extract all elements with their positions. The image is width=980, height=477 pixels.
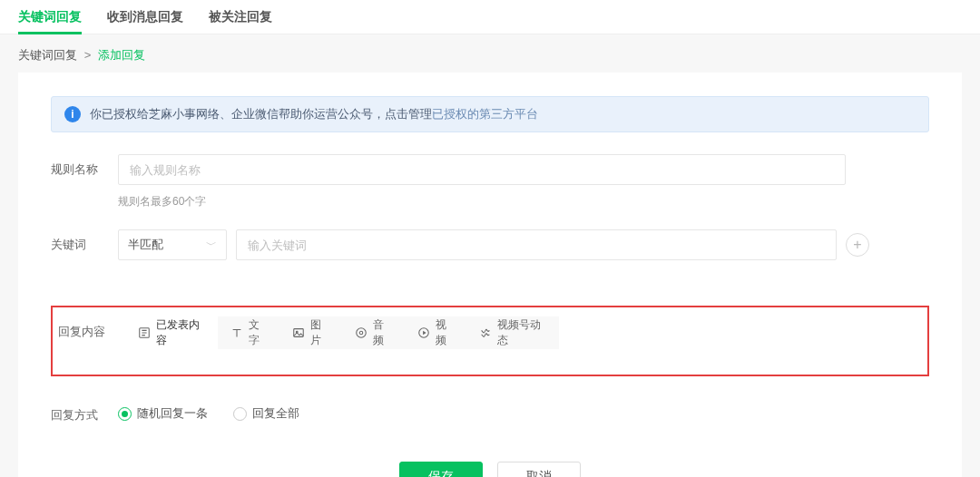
content-tab-audio[interactable]: 音频 bbox=[342, 316, 405, 349]
label-reply-mode: 回复方式 bbox=[51, 400, 118, 423]
form-card: i 你已授权给芝麻小事网络、企业微信帮助你运营公众号，点击管理已授权的第三方平台… bbox=[18, 73, 962, 477]
content-tab-audio-label: 音频 bbox=[373, 317, 392, 348]
label-keyword: 关键词 bbox=[51, 229, 118, 253]
chevron-down-icon: ﹀ bbox=[206, 238, 217, 253]
breadcrumb-root[interactable]: 关键词回复 bbox=[18, 48, 77, 62]
control-reply-mode: 随机回复一条 回复全部 bbox=[118, 400, 929, 422]
audio-icon bbox=[355, 326, 368, 339]
match-mode-value: 半匹配 bbox=[128, 237, 163, 253]
radio-icon bbox=[118, 407, 132, 421]
row-rule-name: 规则名称 规则名最多60个字 bbox=[51, 154, 929, 209]
info-icon: i bbox=[64, 106, 81, 122]
control-rule-name: 规则名最多60个字 bbox=[118, 154, 929, 209]
radio-reply-all-label: 回复全部 bbox=[252, 405, 299, 422]
image-icon bbox=[292, 326, 305, 339]
text-icon bbox=[230, 326, 243, 339]
alert-text: 你已授权给芝麻小事网络、企业微信帮助你运营公众号，点击管理已授权的第三方平台 bbox=[90, 106, 538, 122]
svg-rect-1 bbox=[294, 329, 304, 337]
article-icon bbox=[138, 326, 151, 339]
page-tabs: 关键词回复 收到消息回复 被关注回复 bbox=[0, 0, 980, 34]
content-tab-text-label: 文字 bbox=[249, 317, 268, 348]
breadcrumb: 关键词回复 > 添加回复 bbox=[0, 34, 980, 73]
svg-point-4 bbox=[359, 331, 363, 335]
content-tab-video-label: 视频 bbox=[436, 317, 455, 348]
content-tab-channels-label: 视频号动态 bbox=[497, 317, 546, 348]
video-icon bbox=[417, 326, 430, 339]
content-tab-article-label: 已发表内容 bbox=[156, 317, 205, 348]
content-type-tabs: 已发表内容 文字 图片 bbox=[125, 316, 559, 349]
channels-icon bbox=[479, 326, 492, 339]
radio-random-one[interactable]: 随机回复一条 bbox=[118, 405, 208, 422]
add-keyword-button[interactable]: + bbox=[846, 233, 869, 257]
content-tab-article[interactable]: 已发表内容 bbox=[125, 316, 218, 349]
content-tab-image-label: 图片 bbox=[310, 317, 329, 348]
authorized-platforms-link[interactable]: 已授权的第三方平台 bbox=[432, 107, 538, 121]
content-tab-channels[interactable]: 视频号动态 bbox=[466, 316, 559, 349]
row-reply-mode: 回复方式 随机回复一条 回复全部 bbox=[51, 400, 929, 423]
row-reply-content: 回复内容 已发表内容 文字 bbox=[58, 316, 922, 349]
plus-icon: + bbox=[853, 238, 861, 252]
control-reply-content: 已发表内容 文字 图片 bbox=[125, 316, 922, 349]
label-reply-content: 回复内容 bbox=[58, 316, 125, 340]
content-tab-text[interactable]: 文字 bbox=[218, 316, 280, 349]
rule-name-input[interactable] bbox=[118, 154, 846, 185]
breadcrumb-sep: > bbox=[84, 48, 92, 62]
tab-follow-reply[interactable]: 被关注回复 bbox=[209, 1, 272, 34]
form-actions: 保存 取消 bbox=[51, 462, 929, 477]
row-keyword: 关键词 半匹配 ﹀ + bbox=[51, 229, 929, 260]
info-alert: i 你已授权给芝麻小事网络、企业微信帮助你运营公众号，点击管理已授权的第三方平台 bbox=[51, 96, 929, 132]
svg-point-3 bbox=[357, 328, 367, 338]
match-mode-select[interactable]: 半匹配 ﹀ bbox=[118, 229, 227, 260]
breadcrumb-current: 添加回复 bbox=[98, 48, 145, 62]
alert-text-body: 你已授权给芝麻小事网络、企业微信帮助你运营公众号，点击管理 bbox=[90, 107, 432, 121]
keyword-input[interactable] bbox=[236, 229, 837, 260]
content-tab-image[interactable]: 图片 bbox=[279, 316, 342, 349]
radio-reply-all[interactable]: 回复全部 bbox=[233, 405, 299, 422]
radio-icon bbox=[233, 407, 247, 421]
radio-random-one-label: 随机回复一条 bbox=[137, 405, 208, 422]
tab-keyword-reply[interactable]: 关键词回复 bbox=[18, 1, 82, 34]
tab-message-reply[interactable]: 收到消息回复 bbox=[107, 1, 183, 34]
rule-name-hint: 规则名最多60个字 bbox=[118, 194, 929, 209]
content-tab-video[interactable]: 视频 bbox=[405, 316, 467, 349]
label-rule-name: 规则名称 bbox=[51, 154, 118, 178]
reply-content-highlight: 回复内容 已发表内容 文字 bbox=[51, 306, 929, 376]
save-button[interactable]: 保存 bbox=[399, 462, 483, 477]
cancel-button[interactable]: 取消 bbox=[497, 462, 581, 477]
control-keyword: 半匹配 ﹀ + bbox=[118, 229, 929, 260]
